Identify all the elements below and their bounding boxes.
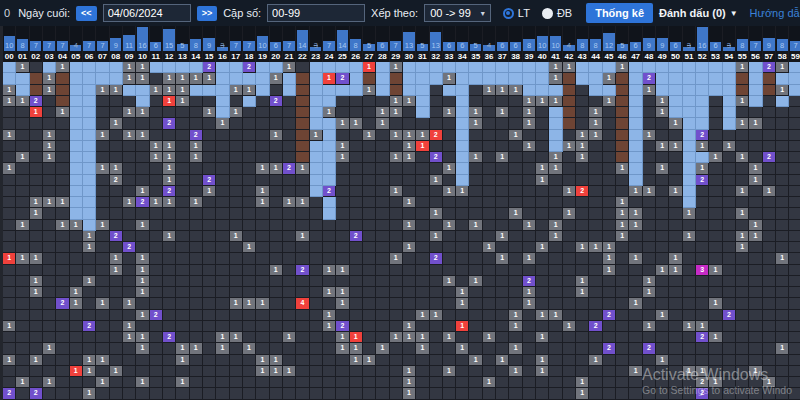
- grid-cell[interactable]: [549, 377, 562, 388]
- grid-cell[interactable]: [390, 377, 403, 388]
- grid-cell[interactable]: 1: [110, 253, 123, 264]
- grid-cell[interactable]: 1: [390, 62, 403, 73]
- grid-cell[interactable]: [150, 253, 163, 264]
- grid-cell[interactable]: [363, 321, 376, 332]
- grid-cell[interactable]: 2: [576, 186, 589, 197]
- grid-cell[interactable]: [430, 377, 443, 388]
- grid-cell[interactable]: [430, 73, 443, 84]
- grid-cell[interactable]: [456, 220, 469, 231]
- grid-cell[interactable]: [523, 377, 536, 388]
- grid-cell[interactable]: [163, 276, 176, 287]
- grid-cell[interactable]: [723, 107, 736, 118]
- grid-cell[interactable]: [456, 73, 469, 84]
- grid-cell[interactable]: [603, 130, 616, 141]
- grid-cell[interactable]: [283, 175, 296, 186]
- grid-cell[interactable]: [270, 276, 283, 287]
- grid-cell[interactable]: [3, 62, 16, 73]
- grid-cell[interactable]: [376, 355, 389, 366]
- grid-cell[interactable]: [629, 310, 642, 321]
- grid-cell[interactable]: [83, 73, 96, 84]
- grid-cell[interactable]: [563, 242, 576, 253]
- grid-cell[interactable]: [243, 197, 256, 208]
- grid-cell[interactable]: [323, 377, 336, 388]
- grid-cell[interactable]: [723, 62, 736, 73]
- grid-cell[interactable]: [563, 152, 576, 163]
- grid-cell[interactable]: [110, 332, 123, 343]
- grid-cell[interactable]: [603, 276, 616, 287]
- grid-cell[interactable]: [56, 231, 69, 242]
- grid-cell[interactable]: [536, 298, 549, 309]
- grid-cell[interactable]: [110, 242, 123, 253]
- grid-cell[interactable]: [763, 343, 776, 354]
- db-radio-icon[interactable]: [542, 8, 553, 19]
- grid-cell[interactable]: [776, 208, 789, 219]
- grid-cell[interactable]: [430, 220, 443, 231]
- grid-cell[interactable]: 1: [123, 197, 136, 208]
- grid-cell[interactable]: [616, 265, 629, 276]
- column-label[interactable]: 28: [376, 51, 389, 62]
- grid-cell[interactable]: [256, 73, 269, 84]
- grid-cell[interactable]: [669, 377, 682, 388]
- grid-cell[interactable]: [403, 265, 416, 276]
- prev-date-button[interactable]: <<: [76, 6, 97, 21]
- grid-cell[interactable]: [469, 130, 482, 141]
- grid-cell[interactable]: 1: [776, 85, 789, 96]
- grid-cell[interactable]: [509, 287, 522, 298]
- grid-cell[interactable]: [230, 118, 243, 129]
- grid-cell[interactable]: [749, 242, 762, 253]
- grid-cell[interactable]: [416, 208, 429, 219]
- grid-cell[interactable]: [310, 231, 323, 242]
- grid-cell[interactable]: [136, 96, 149, 107]
- grid-cell[interactable]: [789, 343, 800, 354]
- grid-cell[interactable]: [696, 96, 709, 107]
- grid-cell[interactable]: 1: [763, 186, 776, 197]
- grid-cell[interactable]: 1: [150, 141, 163, 152]
- grid-cell[interactable]: 1: [523, 96, 536, 107]
- grid-cell[interactable]: [789, 130, 800, 141]
- grid-cell[interactable]: [390, 366, 403, 377]
- grid-cell[interactable]: [363, 332, 376, 343]
- grid-cell[interactable]: 1: [70, 287, 83, 298]
- grid-cell[interactable]: [203, 163, 216, 174]
- grid-cell[interactable]: [16, 141, 29, 152]
- grid-cell[interactable]: [456, 85, 469, 96]
- grid-cell[interactable]: [190, 163, 203, 174]
- grid-cell[interactable]: [629, 107, 642, 118]
- grid-cell[interactable]: 1: [390, 186, 403, 197]
- column-label[interactable]: 23: [310, 51, 323, 62]
- grid-cell[interactable]: [83, 62, 96, 73]
- grid-cell[interactable]: [243, 107, 256, 118]
- grid-cell[interactable]: [576, 208, 589, 219]
- grid-cell[interactable]: [16, 287, 29, 298]
- grid-cell[interactable]: [16, 175, 29, 186]
- grid-cell[interactable]: [123, 253, 136, 264]
- grid-cell[interactable]: 1: [776, 62, 789, 73]
- grid-cell[interactable]: 1: [336, 332, 349, 343]
- grid-cell[interactable]: [523, 62, 536, 73]
- grid-cell[interactable]: [96, 107, 109, 118]
- grid-cell[interactable]: [56, 276, 69, 287]
- grid-cell[interactable]: [296, 118, 309, 129]
- grid-cell[interactable]: 1: [469, 355, 482, 366]
- grid-cell[interactable]: [150, 130, 163, 141]
- grid-cell[interactable]: [469, 287, 482, 298]
- grid-cell[interactable]: [30, 85, 43, 96]
- grid-cell[interactable]: 1: [403, 220, 416, 231]
- grid-cell[interactable]: [483, 355, 496, 366]
- grid-cell[interactable]: [390, 231, 403, 242]
- grid-cell[interactable]: [603, 355, 616, 366]
- grid-cell[interactable]: [563, 220, 576, 231]
- grid-cell[interactable]: [323, 85, 336, 96]
- grid-cell[interactable]: [350, 377, 363, 388]
- grid-cell[interactable]: [216, 287, 229, 298]
- grid-cell[interactable]: [723, 321, 736, 332]
- grid-cell[interactable]: [110, 287, 123, 298]
- grid-cell[interactable]: [30, 220, 43, 231]
- grid-cell[interactable]: 1: [243, 298, 256, 309]
- grid-cell[interactable]: [683, 220, 696, 231]
- grid-cell[interactable]: 1: [403, 332, 416, 343]
- grid-cell[interactable]: [216, 152, 229, 163]
- grid-cell[interactable]: 1: [496, 231, 509, 242]
- grid-cell[interactable]: [469, 208, 482, 219]
- grid-cell[interactable]: 1: [669, 186, 682, 197]
